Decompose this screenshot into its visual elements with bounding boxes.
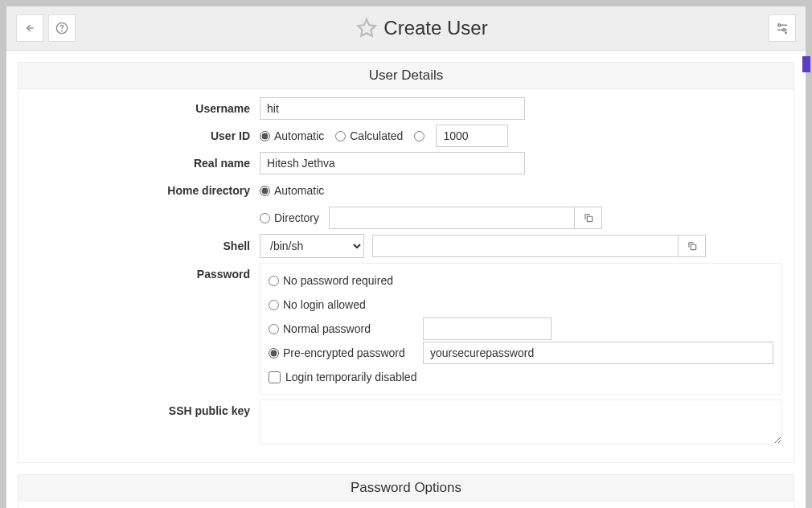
pw-none-text: No password required xyxy=(283,274,393,287)
home-dir-label: Home directory xyxy=(30,179,260,202)
username-input[interactable] xyxy=(260,97,525,120)
copy-icon xyxy=(583,212,594,223)
pw-none-radio[interactable]: No password required xyxy=(269,274,423,287)
password-label: Password xyxy=(30,263,260,285)
password-block: No password required No login allowed xyxy=(260,263,782,395)
uid-automatic-text: Automatic xyxy=(274,129,324,142)
back-arrow-icon xyxy=(23,22,36,35)
ssh-key-textarea[interactable] xyxy=(260,399,782,444)
top-bar: Create User xyxy=(6,6,806,51)
config-icon xyxy=(775,21,789,35)
pw-preenc-text: Pre-encrypted password xyxy=(283,346,405,359)
shell-path-browse-button[interactable] xyxy=(678,236,705,256)
pw-normal-text: Normal password xyxy=(283,322,371,335)
user-id-label: User ID xyxy=(30,125,260,147)
home-directory-input[interactable] xyxy=(330,207,574,228)
svg-rect-13 xyxy=(691,244,695,249)
help-icon xyxy=(55,22,68,35)
login-disabled-checkbox[interactable]: Login temporarily disabled xyxy=(269,371,416,383)
real-name-input[interactable] xyxy=(260,152,525,174)
user-details-header: User Details xyxy=(18,62,794,89)
password-options-panel: Password Options Password changed Never … xyxy=(18,474,794,508)
pw-normal-input[interactable] xyxy=(423,318,552,340)
ssh-key-label: SSH public key xyxy=(30,399,260,422)
uid-automatic-radio[interactable]: Automatic xyxy=(260,129,324,142)
help-button[interactable] xyxy=(48,14,76,42)
pw-normal-radio[interactable]: Normal password xyxy=(269,322,423,335)
pw-nologin-text: No login allowed xyxy=(283,298,366,311)
uid-custom-input[interactable] xyxy=(436,125,508,147)
pw-preenc-input[interactable] xyxy=(423,342,773,364)
home-directory-radio[interactable]: Directory xyxy=(260,211,318,224)
real-name-label: Real name xyxy=(30,152,260,174)
shell-label: Shell xyxy=(30,235,260,257)
login-disabled-text: Login temporarily disabled xyxy=(285,371,416,383)
config-button[interactable] xyxy=(769,14,796,42)
svg-rect-12 xyxy=(587,216,592,221)
uid-custom-radio[interactable] xyxy=(414,131,424,141)
home-automatic-text: Automatic xyxy=(274,184,324,197)
svg-marker-3 xyxy=(358,19,375,36)
user-details-panel: User Details Username User ID Automatic xyxy=(18,62,794,463)
svg-point-7 xyxy=(783,29,785,31)
page-title: Create User xyxy=(383,17,487,39)
back-button[interactable] xyxy=(16,14,43,42)
uid-calculated-radio[interactable]: Calculated xyxy=(335,129,403,142)
pw-preenc-radio[interactable]: Pre-encrypted password xyxy=(269,346,423,359)
home-automatic-radio[interactable]: Automatic xyxy=(260,184,324,197)
star-icon[interactable] xyxy=(356,18,377,39)
copy-icon xyxy=(687,240,698,252)
shell-path-input[interactable] xyxy=(373,236,678,256)
password-options-header: Password Options xyxy=(18,474,794,502)
pw-nologin-radio[interactable]: No login allowed xyxy=(269,298,423,311)
svg-point-4 xyxy=(778,24,781,27)
uid-calculated-text: Calculated xyxy=(350,129,403,142)
home-directory-browse-button[interactable] xyxy=(574,207,601,228)
side-badge xyxy=(802,56,810,72)
home-directory-text: Directory xyxy=(274,211,319,224)
svg-point-2 xyxy=(62,31,63,31)
shell-select[interactable]: /bin/sh xyxy=(260,234,364,258)
username-label: Username xyxy=(30,97,260,120)
